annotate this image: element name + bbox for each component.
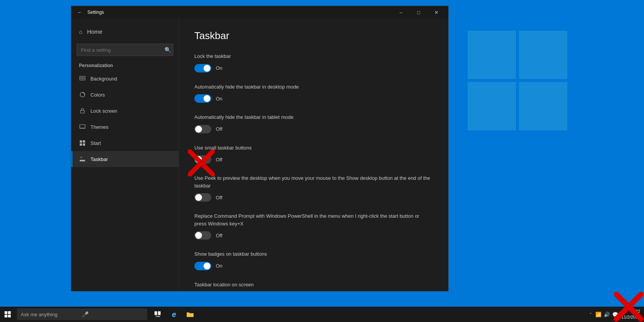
setting-auto-hide-desktop: Automatically hide the taskbar in deskto…: [194, 83, 433, 103]
toggle-label-small-buttons: Off: [216, 157, 222, 163]
setting-auto-hide-tablet: Automatically hide the taskbar in tablet…: [194, 113, 433, 133]
themes-icon: [79, 123, 86, 130]
setting-location: Taskbar location on screen Bottom ⌄: [194, 281, 433, 291]
sidebar-label-taskbar: Taskbar: [90, 156, 108, 162]
settings-window: ← Settings – □ ✕ ⌂ Home 🔍 Personalizatio…: [71, 6, 449, 291]
setting-peek: Use Peek to preview the desktop when you…: [194, 174, 433, 202]
taskbar-app-icons: e: [151, 307, 197, 322]
sidebar: ⌂ Home 🔍 Personalization Background Colo…: [71, 18, 179, 291]
red-x-taskbar: [613, 291, 644, 322]
task-view-button[interactable]: [151, 307, 165, 322]
search-icon[interactable]: 🔍: [164, 47, 171, 53]
windows-logo: [468, 31, 567, 130]
toggle-row-auto-hide-desktop: On: [194, 94, 433, 103]
setting-small-buttons: Use small taskbar buttons Off: [194, 144, 433, 164]
search-input[interactable]: [77, 44, 173, 56]
svg-rect-17: [8, 315, 11, 317]
sidebar-section-label: Personalization: [71, 59, 179, 71]
sidebar-label-start: Start: [90, 140, 101, 146]
svg-rect-18: [154, 311, 157, 315]
svg-rect-8: [80, 143, 82, 146]
svg-rect-1: [80, 77, 84, 79]
window-body: ⌂ Home 🔍 Personalization Background Colo…: [71, 18, 448, 291]
sidebar-item-lock-screen[interactable]: Lock screen: [71, 103, 179, 119]
toggle-label-auto-hide-tablet: Off: [216, 126, 222, 132]
toggle-row-auto-hide-tablet: Off: [194, 125, 433, 133]
main-content: Taskbar Lock the taskbar On Automaticall…: [179, 18, 448, 291]
back-button[interactable]: ←: [74, 7, 85, 18]
svg-rect-14: [5, 311, 7, 314]
toggle-powershell[interactable]: [194, 231, 211, 240]
toggle-label-auto-hide-desktop: On: [216, 96, 222, 102]
sidebar-label-colors: Colors: [90, 92, 105, 98]
toggle-small-buttons[interactable]: [194, 155, 211, 164]
setting-label-lock-taskbar: Lock the taskbar: [194, 53, 433, 60]
sidebar-label-background: Background: [90, 76, 117, 82]
maximize-button[interactable]: □: [410, 6, 427, 18]
sidebar-item-start[interactable]: Start: [71, 135, 179, 151]
toggle-badges[interactable]: [194, 262, 211, 270]
toggle-row-lock-taskbar: On: [194, 64, 433, 72]
sidebar-item-themes[interactable]: Themes: [71, 119, 179, 135]
svg-rect-20: [156, 316, 160, 317]
window-controls: – □ ✕: [392, 6, 445, 18]
sidebar-label-lock-screen: Lock screen: [90, 108, 117, 114]
toggle-label-powershell: Off: [216, 233, 222, 238]
network-icon[interactable]: 📶: [595, 312, 601, 317]
toggle-row-powershell: Off: [194, 231, 433, 240]
search-placeholder-label: Ask me anything: [21, 312, 82, 317]
toggle-label-lock-taskbar: On: [216, 65, 222, 71]
sidebar-item-colors[interactable]: Colors: [71, 87, 179, 103]
minimize-button[interactable]: –: [392, 6, 410, 18]
toggle-peek[interactable]: [194, 193, 211, 202]
sidebar-home-label: Home: [87, 28, 102, 35]
setting-lock-taskbar: Lock the taskbar On: [194, 53, 433, 72]
edge-icon[interactable]: e: [167, 307, 181, 322]
background-icon: [79, 75, 86, 82]
toggle-label-badges: On: [216, 263, 222, 269]
svg-rect-19: [158, 311, 161, 315]
setting-powershell: Replace Command Prompt with Windows Powe…: [194, 212, 433, 240]
start-button[interactable]: [0, 307, 15, 322]
svg-rect-10: [80, 160, 85, 161]
taskbar-search[interactable]: Ask me anything 🎤: [17, 309, 147, 320]
svg-rect-15: [8, 311, 11, 314]
toggle-auto-hide-desktop[interactable]: [194, 94, 211, 103]
setting-badges: Show badges on taskbar buttons On: [194, 250, 433, 270]
window-title: Settings: [87, 10, 104, 15]
svg-rect-11: [80, 157, 82, 158]
svg-rect-6: [80, 140, 82, 143]
sidebar-item-background[interactable]: Background: [71, 71, 179, 87]
taskbar: Ask me anything 🎤 e ⌃ 📶 🔊 💬 2:22 11/2/20…: [0, 307, 644, 322]
toggle-row-small-buttons: Off: [194, 155, 433, 164]
start-icon: [79, 140, 86, 146]
setting-label-auto-hide-desktop: Automatically hide the taskbar in deskto…: [194, 83, 433, 91]
setting-label-powershell: Replace Command Prompt with Windows Powe…: [194, 212, 433, 227]
sidebar-item-home[interactable]: ⌂ Home: [71, 22, 179, 41]
svg-rect-9: [83, 143, 85, 146]
svg-rect-5: [80, 128, 85, 128]
home-icon: ⌂: [79, 28, 82, 35]
toggle-lock-taskbar[interactable]: [194, 64, 211, 72]
file-explorer-icon[interactable]: [183, 307, 197, 322]
toggle-row-badges: On: [194, 262, 433, 270]
taskbar-icon: [79, 156, 86, 163]
search-container: 🔍: [77, 44, 173, 56]
toggle-row-peek: Off: [194, 193, 433, 202]
up-arrow-icon[interactable]: ⌃: [589, 312, 592, 317]
page-title: Taskbar: [194, 30, 433, 42]
svg-rect-3: [80, 110, 84, 113]
title-bar: ← Settings – □ ✕: [71, 6, 448, 18]
setting-label-badges: Show badges on taskbar buttons: [194, 250, 433, 258]
setting-label-peek: Use Peek to preview the desktop when you…: [194, 174, 433, 189]
sidebar-item-taskbar[interactable]: Taskbar: [71, 151, 179, 167]
close-button[interactable]: ✕: [427, 6, 445, 18]
lock-screen-icon: [79, 107, 86, 114]
mic-icon[interactable]: 🎤: [82, 311, 143, 317]
setting-label-small-buttons: Use small taskbar buttons: [194, 144, 433, 152]
volume-icon[interactable]: 🔊: [604, 312, 610, 317]
setting-label-auto-hide-tablet: Automatically hide the taskbar in tablet…: [194, 113, 433, 121]
setting-label-location: Taskbar location on screen: [194, 281, 433, 289]
toggle-auto-hide-tablet[interactable]: [194, 125, 211, 133]
toggle-label-peek: Off: [216, 195, 222, 200]
